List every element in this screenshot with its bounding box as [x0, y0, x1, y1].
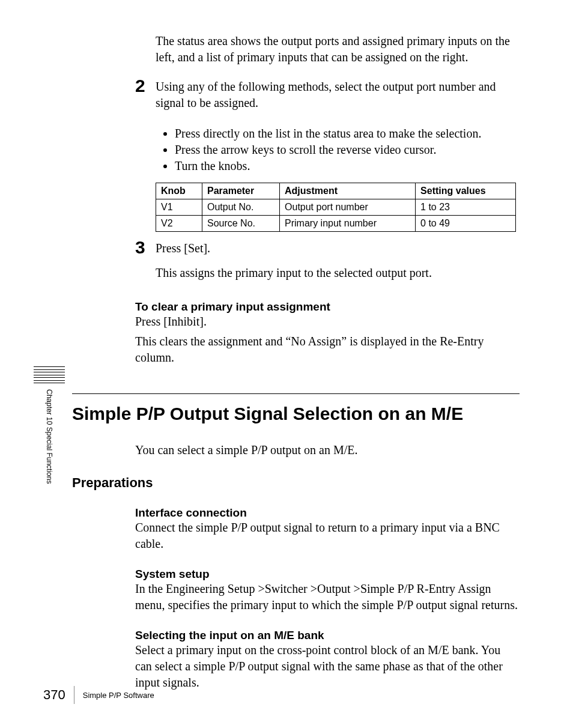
table-header-cell: Adjustment: [280, 183, 416, 199]
section-divider: [72, 393, 520, 394]
table-row: V1 Output No. Output port number 1 to 23: [156, 199, 516, 216]
table-cell: V1: [156, 199, 202, 216]
selecting-input-heading: Selecting the input on an M/E bank: [135, 629, 520, 642]
sidebar-tab: Chapter 10 Special Functions: [34, 366, 65, 484]
table-cell: Output port number: [280, 199, 416, 216]
section-title: Simple P/P Output Signal Selection on an…: [72, 404, 520, 424]
step-2: 2 Using any of the following methods, se…: [135, 79, 520, 115]
interface-connection-heading: Interface connection: [135, 506, 520, 520]
bullet-item: Turn the knobs.: [175, 158, 520, 174]
intro-paragraph: The status area shows the output ports a…: [156, 33, 520, 65]
selecting-input-body: Select a primary input on the cross-poin…: [135, 642, 520, 691]
step-2-bullets: Press directly on the list in the status…: [164, 126, 520, 174]
table-cell: 1 to 23: [416, 199, 516, 216]
step-2-text: Using any of the following methods, sele…: [156, 79, 520, 111]
table-header-cell: Parameter: [202, 183, 279, 199]
page: Chapter 10 Special Functions The status …: [0, 0, 573, 728]
step-3-number: 3: [135, 238, 156, 256]
section-intro: You can select a simple P/P output on an…: [135, 442, 520, 458]
step-3-text: Press [Set].: [156, 240, 520, 256]
preparations-heading: Preparations: [72, 475, 520, 491]
parameter-table: Knob Parameter Adjustment Setting values…: [156, 183, 516, 232]
table-cell: 0 to 49: [416, 216, 516, 232]
step-2-number: 2: [135, 77, 156, 95]
table-cell: Source No.: [202, 216, 279, 232]
sidebar-lines-icon: [34, 366, 65, 383]
clear-p2: This clears the assignment and “No Assig…: [135, 333, 520, 366]
clear-heading: To clear a primary input assignment: [135, 300, 520, 314]
table-header-row: Knob Parameter Adjustment Setting values: [156, 183, 516, 199]
table-cell: Primary input number: [280, 216, 416, 232]
table-row: V2 Source No. Primary input number 0 to …: [156, 216, 516, 232]
step-3-follow: This assigns the primary input to the se…: [156, 265, 520, 281]
bullet-item: Press the arrow keys to scroll the rever…: [175, 142, 520, 158]
table-cell: Output No.: [202, 199, 279, 216]
page-footer: 370 Simple P/P Software: [43, 686, 154, 704]
step-3: 3 Press [Set]. This assigns the primary …: [135, 240, 520, 285]
page-number: 370: [43, 687, 65, 703]
table-header-cell: Knob: [156, 183, 202, 199]
clear-p1: Press [Inhibit].: [135, 314, 520, 330]
system-setup-body: In the Engineering Setup >Switcher >Outp…: [135, 581, 520, 613]
main-content: The status area shows the output ports a…: [135, 33, 520, 694]
system-setup-heading: System setup: [135, 568, 520, 581]
table-cell: V2: [156, 216, 202, 232]
interface-connection-body: Connect the simple P/P output signal to …: [135, 520, 520, 552]
table-header-cell: Setting values: [416, 183, 516, 199]
sidebar-chapter-label: Chapter 10 Special Functions: [45, 389, 53, 484]
footer-separator: [74, 686, 74, 704]
bullet-item: Press directly on the list in the status…: [175, 126, 520, 142]
footer-section-name: Simple P/P Software: [83, 691, 154, 700]
